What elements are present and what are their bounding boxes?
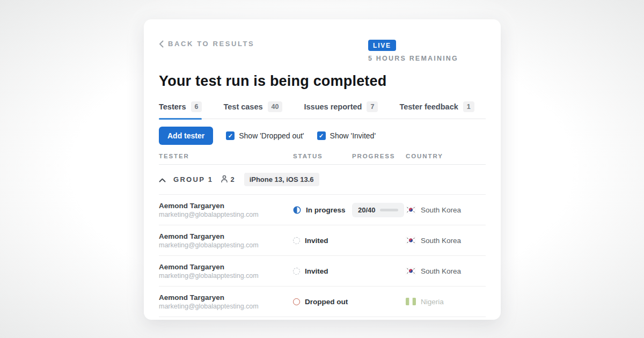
progress-bar	[380, 209, 398, 211]
back-chevron-icon	[159, 40, 164, 48]
south-korea-flag-icon	[406, 206, 416, 214]
invited-icon	[293, 268, 300, 275]
country-cell: South Korea	[406, 206, 486, 214]
tester-email: marketing@globalapptesting.com	[159, 211, 293, 218]
country-cell: Nigeria	[406, 298, 486, 306]
tester-name: Aemond Targaryen	[159, 263, 293, 271]
table-row[interactable]: Aemond Targaryen marketing@globalapptest…	[159, 225, 486, 256]
tester-name: Aemond Targaryen	[159, 232, 293, 240]
invited-icon	[293, 237, 300, 244]
filter-label: Show 'Invited'	[330, 131, 376, 140]
in-progress-icon	[293, 206, 301, 214]
status-cell: Invited	[293, 237, 352, 245]
table-row[interactable]: Aemond Targaryen marketing@globalapptest…	[159, 286, 486, 317]
tab-count-badge: 7	[367, 101, 378, 112]
tab-testers[interactable]: Testers 6	[159, 101, 202, 119]
back-to-results-link[interactable]: BACK TO RESULTS	[159, 40, 254, 48]
tab-tester-feedback[interactable]: Tester feedback 1	[399, 101, 474, 119]
group-header-row[interactable]: GROUP 1 2 iPhone 13, iOS 13.6	[159, 165, 486, 195]
south-korea-flag-icon	[406, 267, 416, 275]
progress-value: 20/40	[358, 206, 376, 214]
tab-count-badge: 6	[191, 101, 202, 112]
status-cell: In progress	[293, 206, 352, 214]
test-run-card: BACK TO RESULTS LIVE 5 HOURS REMAINING Y…	[144, 19, 501, 320]
status-label: Invited	[305, 267, 328, 275]
tester-cell: Aemond Targaryen marketing@globalapptest…	[159, 263, 293, 280]
tester-name: Aemond Targaryen	[159, 202, 293, 210]
checkbox-checked-icon[interactable]: ✓	[317, 131, 326, 140]
country-label: South Korea	[421, 206, 461, 214]
tester-cell: Aemond Targaryen marketing@globalapptest…	[159, 232, 293, 249]
country-label: South Korea	[421, 237, 461, 245]
nigeria-flag-icon	[406, 298, 416, 305]
filter-label: Show 'Dropped out'	[239, 131, 304, 140]
country-label: South Korea	[421, 267, 461, 275]
status-label: Invited	[305, 237, 328, 245]
country-cell: South Korea	[406, 237, 486, 245]
column-header-tester: TESTER	[159, 153, 293, 159]
tab-label: Issues reported	[304, 102, 362, 111]
tab-issues-reported[interactable]: Issues reported 7	[304, 101, 378, 119]
country-cell: South Korea	[406, 267, 486, 275]
chevron-up-icon[interactable]	[159, 175, 166, 185]
tab-test-cases[interactable]: Test cases 40	[223, 101, 282, 119]
live-badge: LIVE	[368, 40, 396, 51]
group-name: GROUP 1	[173, 175, 213, 183]
toolbar: Add tester ✓ Show 'Dropped out' ✓ Show '…	[159, 127, 486, 145]
column-header-country: COUNTRY	[406, 153, 486, 159]
column-header-status: STATUS	[293, 153, 352, 159]
person-icon	[221, 175, 228, 185]
device-badge: iPhone 13, iOS 13.6	[244, 173, 319, 186]
table-row[interactable]: Aemond Targaryen marketing@globalapptest…	[159, 256, 486, 286]
group-tester-count: 2	[221, 175, 234, 185]
tab-label: Tester feedback	[399, 102, 458, 111]
card-header: BACK TO RESULTS LIVE 5 HOURS REMAINING	[159, 40, 486, 71]
live-status-block: LIVE 5 HOURS REMAINING	[368, 40, 458, 62]
group-count-value: 2	[230, 175, 234, 183]
back-label: BACK TO RESULTS	[168, 40, 254, 48]
status-cell: Invited	[293, 267, 352, 275]
status-cell: Dropped out	[293, 298, 352, 306]
tab-label: Testers	[159, 102, 186, 111]
time-remaining-label: 5 HOURS REMAINING	[368, 55, 458, 62]
tab-count-badge: 40	[268, 101, 283, 112]
tab-count-badge: 1	[463, 101, 474, 112]
progress-cell: 20/40	[352, 203, 406, 217]
tester-email: marketing@globalapptesting.com	[159, 241, 293, 249]
status-label: Dropped out	[305, 298, 348, 306]
status-label: In progress	[306, 206, 346, 214]
column-header-progress: PROGRESS	[352, 153, 406, 159]
page-title: Your test run is being completed	[159, 73, 486, 90]
tester-cell: Aemond Targaryen marketing@globalapptest…	[159, 202, 293, 218]
filter-show-invited[interactable]: ✓ Show 'Invited'	[317, 131, 376, 140]
tab-bar: Testers 6 Test cases 40 Issues reported …	[159, 101, 486, 119]
add-tester-button[interactable]: Add tester	[159, 127, 213, 145]
progress-pill: 20/40	[352, 203, 404, 217]
tester-name: Aemond Targaryen	[159, 293, 293, 302]
empty-next-row	[159, 317, 486, 320]
table-row[interactable]: Aemond Targaryen marketing@globalapptest…	[159, 195, 486, 225]
checkbox-checked-icon[interactable]: ✓	[226, 131, 235, 140]
tester-cell: Aemond Targaryen marketing@globalapptest…	[159, 293, 293, 310]
south-korea-flag-icon	[406, 237, 416, 244]
tab-label: Test cases	[223, 102, 262, 111]
dropped-out-icon	[293, 298, 300, 305]
country-label: Nigeria	[421, 298, 444, 306]
tester-email: marketing@globalapptesting.com	[159, 272, 293, 280]
filter-show-dropped-out[interactable]: ✓ Show 'Dropped out'	[226, 131, 304, 140]
tester-email: marketing@globalapptesting.com	[159, 303, 293, 310]
table-header-row: TESTER STATUS PROGRESS COUNTRY	[159, 153, 486, 165]
